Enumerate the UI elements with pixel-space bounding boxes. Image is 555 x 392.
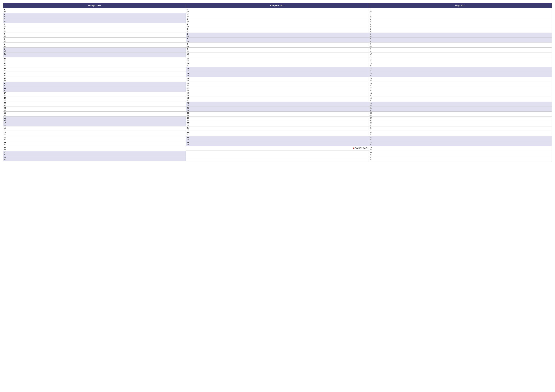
day-name: сш bbox=[187, 85, 190, 86]
day-number: 15 bbox=[187, 78, 190, 80]
day-name: пш bbox=[4, 41, 7, 42]
month-column-2: Март 20271дш2сш3чш4пш5чм6шб7яш8дш9сш10чш… bbox=[369, 3, 552, 161]
day-name: дш bbox=[187, 80, 190, 82]
day-row: 4пш bbox=[369, 23, 552, 28]
day-name: чш bbox=[187, 90, 190, 91]
day-row: 3чш bbox=[369, 18, 552, 23]
day-name: шб bbox=[370, 139, 373, 141]
day-name: яш bbox=[4, 90, 7, 91]
day-name: яш bbox=[370, 144, 373, 146]
day-number: 14 bbox=[4, 72, 7, 75]
day-row: 2шб bbox=[3, 13, 186, 18]
day-name: сш bbox=[187, 119, 190, 121]
day-number: 11 bbox=[4, 58, 7, 60]
day-number: 11 bbox=[187, 58, 190, 60]
day-number: 18 bbox=[187, 92, 190, 94]
day-row: 31яш bbox=[3, 156, 186, 161]
day-name: шб bbox=[4, 119, 7, 121]
day-name: чш bbox=[370, 124, 373, 126]
day-row: 25пш bbox=[186, 127, 369, 131]
day-row: 25пш bbox=[369, 127, 552, 131]
day-row: 18пш bbox=[186, 92, 369, 97]
day-name: дш bbox=[370, 114, 373, 116]
day-row: 28яш bbox=[369, 141, 552, 146]
day-number: 14 bbox=[370, 72, 373, 75]
day-row: 14пш bbox=[3, 72, 186, 77]
day-number: 22 bbox=[187, 112, 190, 114]
day-row: 23сш bbox=[369, 116, 552, 121]
day-name: яш bbox=[370, 41, 373, 42]
day-number: 3 bbox=[370, 18, 373, 20]
day-name: чш bbox=[187, 124, 190, 126]
day-number: 24 bbox=[370, 122, 373, 124]
day-number: 23 bbox=[370, 117, 373, 119]
day-name: шб bbox=[4, 50, 7, 52]
day-number: 1 bbox=[4, 8, 7, 11]
day-row: 8дш bbox=[369, 43, 552, 47]
day-number: 3 bbox=[4, 18, 7, 20]
empty-row bbox=[186, 155, 369, 159]
day-name: шб bbox=[370, 70, 373, 72]
day-name: сш bbox=[187, 16, 190, 18]
day-row: 1дш bbox=[186, 8, 369, 13]
day-number: 7 bbox=[4, 38, 7, 40]
day-number: 16 bbox=[4, 82, 7, 85]
day-name: яш bbox=[370, 75, 373, 77]
day-number: 29 bbox=[370, 146, 373, 149]
day-name: дш bbox=[370, 80, 373, 82]
month-header-0: Январь 2027 bbox=[3, 3, 186, 8]
day-row: 1чм bbox=[3, 8, 186, 13]
day-number: 10 bbox=[370, 53, 373, 55]
day-row: 6шб bbox=[369, 33, 552, 38]
day-name: чш bbox=[4, 70, 7, 72]
day-number: 5 bbox=[4, 28, 7, 30]
day-row: 13чш bbox=[3, 67, 186, 72]
day-number: 30 bbox=[4, 151, 7, 153]
day-row: 22чм bbox=[3, 112, 186, 116]
day-row: 5чм bbox=[186, 28, 369, 33]
day-number: 2 bbox=[4, 13, 7, 15]
day-name: яш bbox=[187, 41, 190, 42]
day-name: чм bbox=[370, 134, 373, 136]
day-name: пш bbox=[187, 95, 190, 96]
day-row: 29чм bbox=[3, 146, 186, 151]
day-number: 4 bbox=[370, 23, 373, 25]
day-name: яш bbox=[4, 124, 7, 126]
day-row: 13шб bbox=[186, 67, 369, 72]
day-number: 19 bbox=[187, 97, 190, 99]
day-row: 15чм bbox=[3, 77, 186, 82]
day-number: 15 bbox=[4, 78, 7, 80]
day-number: 3 bbox=[187, 18, 190, 20]
day-row: 29дш bbox=[369, 146, 552, 151]
day-name: чм bbox=[4, 114, 7, 116]
day-name: пш bbox=[4, 109, 7, 111]
day-name: пш bbox=[4, 75, 7, 77]
day-row: 13шб bbox=[369, 67, 552, 72]
day-name: пш bbox=[370, 129, 373, 131]
day-row: 16сш bbox=[186, 82, 369, 87]
day-row: 19чм bbox=[186, 97, 369, 102]
day-row: 23сш bbox=[186, 116, 369, 121]
day-name: дш bbox=[187, 11, 190, 13]
day-number: 16 bbox=[370, 82, 373, 85]
day-number: 27 bbox=[187, 136, 190, 139]
month-column-1: Февраль 20271дш2сш3чш4пш5чм6шб7яш8дш9сш1… bbox=[186, 3, 369, 161]
day-name: чм bbox=[4, 149, 7, 151]
day-number: 29 bbox=[4, 146, 7, 149]
day-name: пш bbox=[187, 60, 190, 62]
day-row: 27шб bbox=[369, 136, 552, 141]
day-number: 27 bbox=[4, 136, 7, 139]
day-name: яш bbox=[4, 159, 7, 160]
day-row: 5сш bbox=[3, 28, 186, 33]
day-name: сш bbox=[4, 134, 7, 136]
day-name: яш bbox=[370, 109, 373, 111]
day-number: 25 bbox=[187, 127, 190, 129]
day-name: чш bbox=[370, 159, 373, 160]
day-number: 20 bbox=[370, 102, 373, 104]
day-row: 20чш bbox=[3, 102, 186, 107]
day-row: 22дш bbox=[186, 112, 369, 116]
day-name: чш bbox=[4, 139, 7, 141]
day-row: 5чм bbox=[369, 28, 552, 33]
day-number: 31 bbox=[4, 156, 7, 158]
day-number: 5 bbox=[187, 28, 190, 30]
